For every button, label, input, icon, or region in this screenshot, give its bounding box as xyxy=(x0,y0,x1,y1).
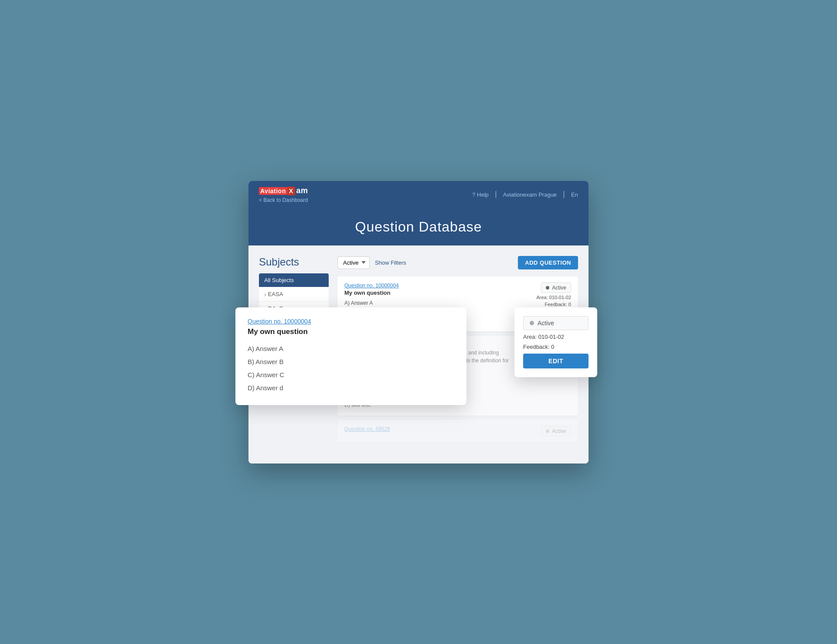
navbar: AviationXam < Back to Dashboard ? Help A… xyxy=(248,181,589,208)
question-number-3[interactable]: Question no. 69529 xyxy=(344,426,509,432)
popup-status-dot xyxy=(530,321,534,325)
brand-text: Aviation xyxy=(259,187,287,195)
popup-feedback: Feedback: 0 xyxy=(523,344,589,350)
popup-card: Question no. 10000004 My own question A)… xyxy=(235,307,466,405)
org-link[interactable]: Aviationexam Prague xyxy=(503,191,557,198)
lang-link[interactable]: En xyxy=(571,191,578,198)
popup-answer-c: C) Answer C xyxy=(248,368,454,382)
status-label-3: Active xyxy=(552,428,566,434)
show-filters-link[interactable]: Show Filters xyxy=(375,259,406,266)
subjects-easa-item[interactable]: EASA xyxy=(259,287,329,302)
navbar-right: ? Help Aviationexam Prague En xyxy=(472,191,578,198)
brand-x: X xyxy=(287,187,295,195)
question-number-1[interactable]: Question no. 10000004 xyxy=(344,283,509,289)
divider2 xyxy=(564,191,564,198)
question-title-1: My own question xyxy=(344,290,509,296)
popup-status-label: Active xyxy=(538,320,554,327)
status-label-1: Active xyxy=(552,285,566,291)
meta-feedback-1: Feedback: 0 xyxy=(544,302,571,307)
questions-toolbar: Active Show Filters ADD QUESTION xyxy=(337,256,578,269)
status-badge-1: Active xyxy=(541,283,571,293)
status-badge-3: Active xyxy=(541,426,571,436)
popup-answer-d: D) Answer d xyxy=(248,382,454,395)
popup-answer-a: A) Answer A xyxy=(248,342,454,355)
page-title: Question Database xyxy=(259,219,578,235)
brand-suffix: am xyxy=(295,186,310,195)
help-link[interactable]: ? Help xyxy=(472,191,489,198)
popup-area: Area: 010-01-02 xyxy=(523,334,589,340)
back-to-dashboard-link[interactable]: < Back to Dashboard xyxy=(259,197,310,203)
popup-status-badge: Active xyxy=(523,316,589,330)
status-dot-3 xyxy=(546,429,549,433)
status-dot-1 xyxy=(546,286,549,290)
page-header: Question Database xyxy=(248,208,589,245)
popup-meta-panel: Active Area: 010-01-02 Feedback: 0 EDIT xyxy=(514,307,597,377)
add-question-button[interactable]: ADD QUESTION xyxy=(518,256,578,269)
popup-question-number[interactable]: Question no. 10000004 xyxy=(248,318,454,325)
filter-select[interactable]: Active xyxy=(337,256,370,269)
question-card-3: Question no. 69529 Active xyxy=(337,420,578,443)
popup-question-title: My own question xyxy=(248,327,454,336)
brand-logo[interactable]: AviationXam xyxy=(259,186,310,195)
subjects-all-item[interactable]: All Subjects xyxy=(259,273,329,287)
popup-edit-button[interactable]: EDIT xyxy=(523,354,589,368)
question-card-3-body: Question no. 69529 xyxy=(344,426,509,436)
divider xyxy=(496,191,496,198)
popup-answers: A) Answer A B) Answer B C) Answer C D) A… xyxy=(248,342,454,395)
meta-area-1: Area: 010-01-02 xyxy=(537,295,572,300)
answer-1a: A) Answer A xyxy=(344,299,509,307)
question-meta-3: Active xyxy=(514,426,571,436)
subjects-title: Subjects xyxy=(259,256,329,268)
navbar-left: AviationXam < Back to Dashboard xyxy=(259,186,310,203)
popup-answer-b: B) Answer B xyxy=(248,355,454,368)
